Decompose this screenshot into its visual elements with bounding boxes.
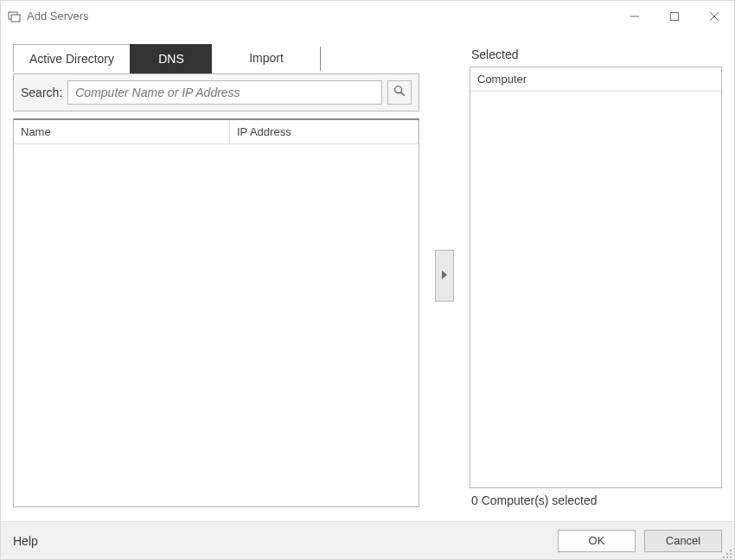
svg-point-12 [723, 557, 725, 558]
svg-marker-8 [442, 270, 447, 279]
maximize-button[interactable] [655, 1, 694, 31]
selected-label: Selected [470, 48, 722, 61]
search-row: Search: [13, 73, 419, 111]
results-list[interactable]: Name IP Address [13, 118, 419, 507]
add-servers-window: Add Servers Active Directory D [0, 0, 735, 560]
transfer-column [428, 44, 461, 507]
svg-point-9 [730, 550, 732, 551]
ok-button[interactable]: OK [558, 530, 636, 552]
chevron-right-icon [441, 270, 448, 282]
results-body [14, 144, 419, 506]
app-icon [8, 10, 22, 23]
selected-body [470, 92, 721, 487]
footer: Help OK Cancel [1, 521, 734, 559]
cancel-button[interactable]: Cancel [644, 530, 722, 552]
search-panel: Active Directory DNS Import Search: [13, 44, 419, 507]
titlebar: Add Servers [1, 1, 734, 32]
tabs: Active Directory DNS Import [13, 44, 419, 73]
column-name[interactable]: Name [14, 120, 230, 143]
search-input[interactable] [67, 80, 382, 105]
results-header: Name IP Address [14, 120, 419, 144]
selected-panel: Selected Computer 0 Computer(s) selected [470, 44, 722, 507]
svg-point-14 [730, 557, 732, 558]
help-link[interactable]: Help [13, 534, 38, 548]
selected-list[interactable]: Computer [470, 67, 722, 488]
column-ip-address[interactable]: IP Address [230, 120, 419, 143]
search-icon [393, 85, 406, 100]
column-computer[interactable]: Computer [470, 67, 721, 91]
svg-rect-3 [671, 12, 679, 20]
close-button[interactable] [694, 1, 734, 31]
selected-header: Computer [470, 67, 721, 92]
tab-dns[interactable]: DNS [130, 44, 212, 73]
add-selected-button[interactable] [435, 250, 454, 302]
selected-status: 0 Computer(s) selected [470, 493, 722, 507]
search-label: Search: [21, 86, 62, 99]
svg-rect-1 [11, 15, 20, 22]
search-button[interactable] [387, 80, 412, 105]
svg-line-7 [401, 92, 405, 96]
resize-grip-icon[interactable] [722, 547, 732, 557]
tab-separator [320, 47, 321, 71]
window-controls [615, 1, 734, 31]
tab-import[interactable]: Import [212, 44, 320, 72]
svg-point-10 [726, 553, 728, 555]
tab-active-directory[interactable]: Active Directory [13, 44, 130, 72]
svg-point-11 [730, 553, 732, 555]
svg-point-13 [726, 557, 728, 558]
window-title: Add Servers [27, 10, 89, 22]
minimize-button[interactable] [615, 1, 655, 31]
